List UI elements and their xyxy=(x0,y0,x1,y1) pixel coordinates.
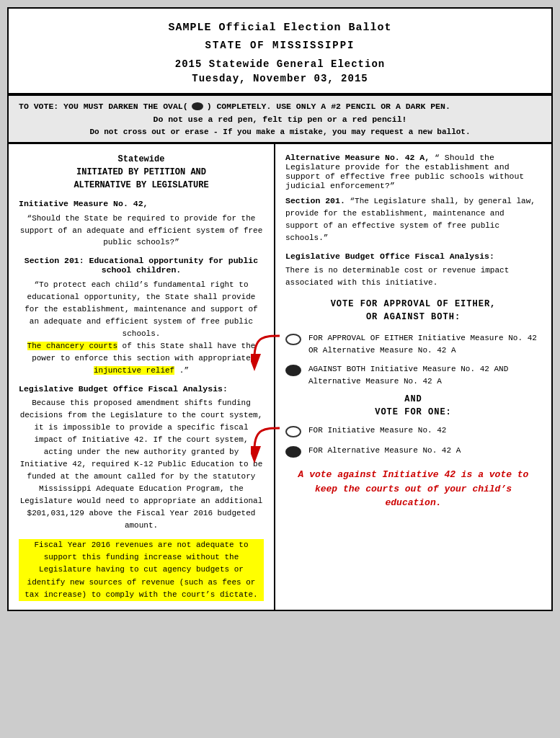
oval-empty-1 xyxy=(285,334,301,345)
header-title2: STATE OF MISSISSIPPI xyxy=(23,40,537,51)
vote-option-3-text: FOR Initiative Measure No. 42 xyxy=(308,424,446,437)
statewide-header: Statewide INITIATED BY PETITION AND ALTE… xyxy=(19,153,264,192)
vote-option-1: FOR APPROVAL OF EITHER Initiative Measur… xyxy=(285,332,541,356)
header-title1: SAMPLE Official Election Ballot xyxy=(23,22,537,34)
section201-body: “To protect each child’s fundamental rig… xyxy=(19,279,264,377)
vote-for-one: VOTE FOR ONE: xyxy=(285,407,541,417)
instructions-line3: Do not cross out or erase - If you make … xyxy=(19,128,541,136)
header-title3: 2015 Statewide General Election xyxy=(23,58,537,70)
section201-title: Section 201: Educational opportunity for… xyxy=(19,256,264,275)
statewide-line1: Statewide xyxy=(19,153,264,166)
oval-icon xyxy=(192,102,203,110)
left-fiscal-title: Legislative Budget Office Fiscal Analysi… xyxy=(19,384,264,394)
right-fiscal-body: There is no determinable cost or revenue… xyxy=(285,264,541,289)
header-title4: Tuesday, November 03, 2015 xyxy=(23,73,537,84)
bottom-message: A vote against Initiative 42 is a vote t… xyxy=(285,468,541,510)
initiative-title: Initiative Measure No. 42, xyxy=(19,199,264,208)
oval-empty-3 xyxy=(285,426,301,437)
red-arrow-1 xyxy=(251,332,287,372)
vote-options-group2: FOR Initiative Measure No. 42 FOR Altern… xyxy=(285,424,541,458)
red-arrow-2 xyxy=(251,424,287,464)
and-text: AND xyxy=(285,394,541,404)
vote-header1: VOTE FOR APPROVAL OF EITHER, xyxy=(285,299,541,309)
right-section201: Section 201. “The Legislature shall, by … xyxy=(285,195,541,244)
instructions-line2: Do not use a red pen, felt tip pen or a … xyxy=(19,115,541,124)
vote-option-2: AGAINST BOTH Initiative Measure No. 42 A… xyxy=(285,363,541,387)
initiative-text: “Should the State be required to provide… xyxy=(19,213,264,249)
right-column: Alternative Measure No. 42 A, “ Should t… xyxy=(275,144,551,610)
oval-filled-2 xyxy=(285,365,301,376)
statewide-line2: INITIATED BY PETITION AND xyxy=(19,166,264,179)
vote-option-2-text: AGAINST BOTH Initiative Measure No. 42 A… xyxy=(308,363,541,387)
ballot-header: SAMPLE Official Election Ballot STATE OF… xyxy=(9,9,551,94)
ballot-container: SAMPLE Official Election Ballot STATE OF… xyxy=(7,7,553,611)
left-column: Statewide INITIATED BY PETITION AND ALTE… xyxy=(9,144,275,610)
chancery-courts-highlight: The chancery courts xyxy=(27,342,117,350)
instructions-text-post: ) COMPLETELY. USE ONLY A #2 PENCIL OR A … xyxy=(207,102,450,111)
right-fiscal-title: Legislative Budget Office Fiscal Analysi… xyxy=(285,252,541,261)
statewide-line3: ALTERNATIVE BY LEGISLATURE xyxy=(19,179,264,192)
main-content: Statewide INITIATED BY PETITION AND ALTE… xyxy=(9,143,551,610)
injunctive-relief-highlight: injunctive relief xyxy=(94,366,174,375)
vote-options-group1: FOR APPROVAL OF EITHER Initiative Measur… xyxy=(285,332,541,387)
instructions-text-pre: TO VOTE: YOU MUST DARKEN THE OVAL( xyxy=(19,102,188,111)
instructions-line1: TO VOTE: YOU MUST DARKEN THE OVAL( ) COM… xyxy=(19,102,541,111)
vote-option-4: FOR Alternative Measure No. 42 A xyxy=(285,445,541,458)
instructions-box: TO VOTE: YOU MUST DARKEN THE OVAL( ) COM… xyxy=(9,94,551,143)
alt-measure-title: Alternative Measure No. 42 A, “ Should t… xyxy=(285,153,541,190)
vote-header2: OR AGAINST BOTH: xyxy=(285,312,541,322)
left-fiscal-highlight: Fiscal Year 2016 revenues are not adequa… xyxy=(19,539,264,600)
oval-filled-4 xyxy=(285,446,301,458)
left-fiscal-body: Because this proposed amendment shifts f… xyxy=(19,397,264,533)
vote-option-1-text: FOR APPROVAL OF EITHER Initiative Measur… xyxy=(308,332,541,356)
vote-option-4-text: FOR Alternative Measure No. 42 A xyxy=(308,445,461,457)
vote-option-3: FOR Initiative Measure No. 42 xyxy=(285,424,541,437)
